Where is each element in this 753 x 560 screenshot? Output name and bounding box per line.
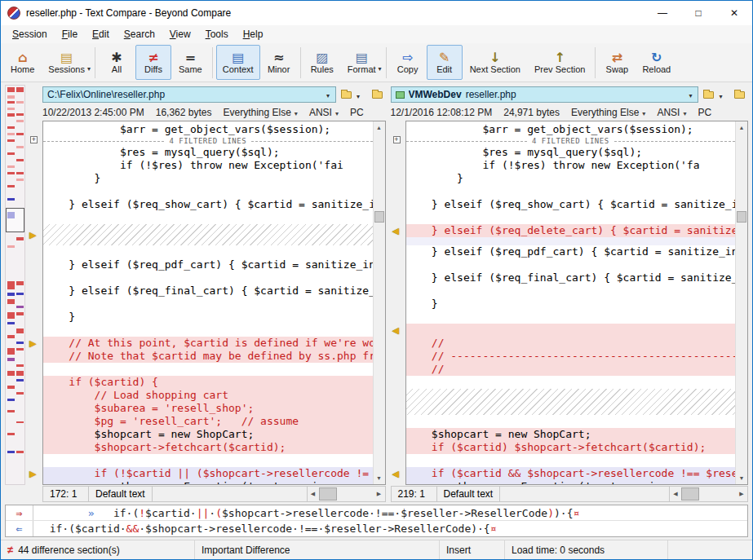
copy-to-left-arrow-icon[interactable] xyxy=(392,225,399,236)
code-line[interactable] xyxy=(43,185,373,198)
expand-section-icon[interactable] xyxy=(30,136,38,143)
toolbar-all-button[interactable]: ✱All xyxy=(99,45,135,80)
expand-section-icon[interactable] xyxy=(393,136,401,143)
left-vscrollbar[interactable] xyxy=(373,121,385,484)
code-line[interactable] xyxy=(406,415,736,428)
code-line[interactable] xyxy=(406,211,736,224)
toolbar-diffs-button[interactable]: ≠Diffs xyxy=(135,45,171,80)
sessions-dropdown-icon[interactable] xyxy=(87,60,91,74)
diff-map-viewport[interactable] xyxy=(6,208,24,232)
toolbar-rules-button[interactable]: ▨Rules xyxy=(304,45,340,80)
code-line[interactable]: // xyxy=(406,337,736,350)
scroll-up-icon[interactable] xyxy=(374,121,385,134)
code-line[interactable]: } elseif ($req_final_cart) { $cartid = s… xyxy=(406,271,736,284)
code-line[interactable]: // Load shopping cart xyxy=(43,389,373,402)
code-line[interactable]: } elseif ($req_final_cart) { $cartid = s… xyxy=(43,284,373,298)
code-line[interactable]: throw new Exception('cartnum mixup -- re… xyxy=(406,480,736,484)
right-open-button[interactable] xyxy=(731,86,748,103)
code-line[interactable]: // At this point, $cartid is defined if … xyxy=(43,337,373,350)
copy-to-right-arrow-icon[interactable] xyxy=(29,468,36,479)
menu-session[interactable]: Session xyxy=(5,26,55,42)
toolbar-copy-button[interactable]: ⇨Copy xyxy=(390,45,426,80)
code-line[interactable] xyxy=(406,185,736,198)
code-line[interactable]: // -------------------------------------… xyxy=(406,350,736,363)
scroll-thumb[interactable] xyxy=(737,211,746,223)
code-line[interactable] xyxy=(43,363,373,376)
code-line[interactable]: $shopcart->fetchcart($cartid); xyxy=(43,441,373,454)
right-ruleset-dropdown[interactable]: Everything Else xyxy=(571,107,645,118)
minimize-button[interactable]: — xyxy=(644,1,680,25)
toolbar-edit-button[interactable]: ✎Edit xyxy=(427,45,463,80)
scroll-right-icon[interactable] xyxy=(736,487,747,501)
code-line[interactable]: } elseif ($req_show_cart) { $cartid = sa… xyxy=(43,198,373,211)
left-open-button[interactable] xyxy=(369,86,386,103)
code-line[interactable] xyxy=(406,284,736,298)
code-line[interactable] xyxy=(43,211,373,224)
toolbar-reload-button[interactable]: ↻Reload xyxy=(636,45,677,80)
code-line[interactable]: throw new Exception('cartnum mixup xyxy=(43,480,373,484)
scroll-thumb[interactable] xyxy=(374,211,384,223)
toolbar-next-section-button[interactable]: ↓Next Section xyxy=(463,45,527,80)
code-line[interactable]: } xyxy=(43,311,373,324)
left-path-combo[interactable]: C:\Felix\Online\reseller.php xyxy=(42,86,336,103)
scroll-left-icon[interactable] xyxy=(308,487,319,501)
code-line[interactable] xyxy=(43,245,373,258)
right-path-dropdown-icon[interactable] xyxy=(685,89,696,100)
code-line[interactable]: $subarea = 'resell_shop'; xyxy=(43,402,373,415)
code-line[interactable] xyxy=(406,376,736,389)
format-dropdown-icon[interactable] xyxy=(379,60,382,74)
left-path-dropdown-icon[interactable] xyxy=(323,89,334,100)
code-line[interactable] xyxy=(406,258,736,271)
scroll-down-icon[interactable] xyxy=(736,472,747,484)
maximize-button[interactable]: □ xyxy=(680,1,716,25)
right-code-editor[interactable]: $arr = get_object_vars($session);4 FILTE… xyxy=(406,121,736,484)
copy-to-right-arrow-icon[interactable] xyxy=(29,337,36,349)
toolbar-sessions-button[interactable]: ▤Sessions xyxy=(42,45,91,80)
menu-help[interactable]: Help xyxy=(236,26,271,42)
code-line[interactable]: if ($cartid && $shopcart->resellercode !… xyxy=(406,467,736,480)
code-line[interactable]: } xyxy=(406,298,736,311)
missing-lines-gap[interactable] xyxy=(43,224,373,245)
diff-map[interactable] xyxy=(5,85,25,485)
code-line[interactable]: } elseif ($req_show_cart) { $cartid = sa… xyxy=(406,198,736,211)
scroll-left-icon[interactable] xyxy=(670,487,681,501)
code-line[interactable]: $arr = get_object_vars($session); xyxy=(406,123,736,136)
code-line[interactable]: $arr = get_object_vars($session); xyxy=(43,123,373,136)
code-line[interactable] xyxy=(406,237,736,245)
filtered-lines-row[interactable]: 4 FILTERED LINES xyxy=(43,136,373,146)
toolbar-prev-section-button[interactable]: ↑Prev Section xyxy=(528,45,591,80)
code-line[interactable] xyxy=(43,454,373,467)
code-line[interactable]: $res = mysql_query($sql); xyxy=(406,146,736,159)
line-detail-row[interactable]: ⇒ » if·(!$cartid·||·($shopcart->reseller… xyxy=(6,505,747,521)
left-ruleset-dropdown[interactable]: Everything Else xyxy=(223,107,297,118)
code-line[interactable]: if ($cartid) $shopcart->fetchcart($carti… xyxy=(406,441,736,454)
left-code-editor[interactable]: $arr = get_object_vars($session);4 FILTE… xyxy=(43,121,373,484)
filtered-lines-row[interactable]: 4 FILTERED LINES xyxy=(406,136,736,146)
code-line[interactable] xyxy=(43,298,373,311)
code-line[interactable] xyxy=(43,271,373,284)
scroll-up-icon[interactable] xyxy=(736,121,747,134)
left-encoding-dropdown[interactable]: ANSI xyxy=(309,107,339,118)
code-line[interactable] xyxy=(406,454,736,467)
close-button[interactable]: ✕ xyxy=(716,1,752,25)
toolbar-context-button[interactable]: ▤Context xyxy=(216,45,260,80)
code-line[interactable]: if (!$res) throw new Exception('fai xyxy=(43,159,373,172)
right-hscrollbar[interactable] xyxy=(669,487,747,501)
left-hscrollbar[interactable] xyxy=(307,487,385,501)
scroll-down-icon[interactable] xyxy=(374,472,385,484)
scroll-thumb[interactable] xyxy=(681,487,699,500)
code-line[interactable]: $pg = 'resell_cart'; // assume xyxy=(43,415,373,428)
right-path-combo[interactable]: VMWebDevreseller.php xyxy=(391,86,699,103)
code-line[interactable]: $shopcart = new ShopCart; xyxy=(43,428,373,441)
code-line[interactable]: $shopcart = new ShopCart; xyxy=(406,428,736,441)
menu-edit[interactable]: Edit xyxy=(85,26,117,42)
menu-search[interactable]: Search xyxy=(117,26,162,42)
scroll-thumb[interactable] xyxy=(319,487,337,500)
scroll-right-icon[interactable] xyxy=(374,487,385,501)
code-line[interactable]: } elseif ($req_delete_cart) { $cartid = … xyxy=(406,224,736,237)
code-line[interactable]: if (!$res) throw new Exception('fa xyxy=(406,159,736,172)
toolbar-minor-button[interactable]: ≈Minor xyxy=(261,45,297,80)
missing-lines-gap[interactable] xyxy=(406,389,736,415)
left-browse-button[interactable] xyxy=(338,86,367,103)
toolbar-home-button[interactable]: ⌂Home xyxy=(4,45,41,80)
